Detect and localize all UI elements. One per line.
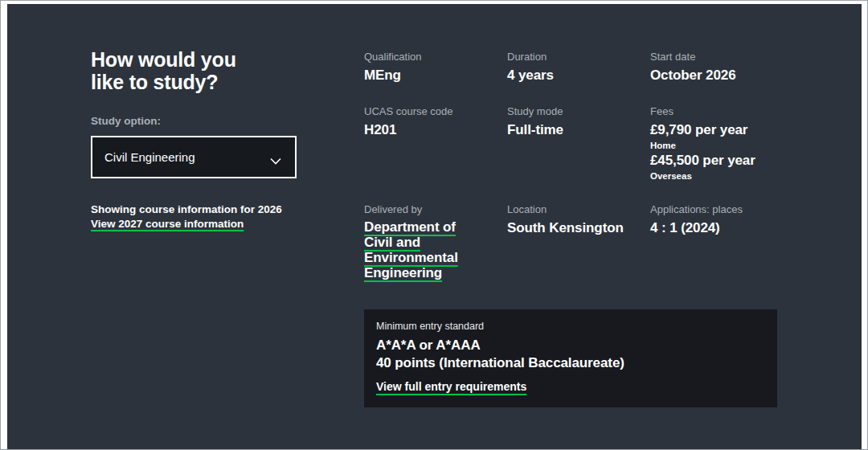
qualification-cell: Qualification MEng xyxy=(364,51,507,84)
ib-requirement: 40 points (International Baccalaureate) xyxy=(376,354,764,373)
duration-value: 4 years xyxy=(507,67,650,84)
view-entry-requirements-link[interactable]: View full entry requirements xyxy=(376,380,526,393)
fees-overseas-value: £45,500 per year xyxy=(650,152,819,170)
study-mode-value: Full-time xyxy=(507,121,650,139)
duration-label: Duration xyxy=(507,51,650,64)
qualification-label: Qualification xyxy=(364,51,507,64)
qualification-value: MEng xyxy=(364,67,507,84)
course-details-grid: Qualification MEng Duration 4 years Star… xyxy=(364,51,819,280)
fees-home-note: Home xyxy=(650,139,819,152)
applications-value: 4 : 1 (2024) xyxy=(650,219,819,237)
department-link[interactable]: Department of Civil and Environmental En… xyxy=(364,219,478,280)
applications-label: Applications: places xyxy=(650,203,819,217)
delivered-by-label: Delivered by xyxy=(364,203,507,217)
study-mode-cell: Study mode Full-time xyxy=(507,105,650,182)
location-value: South Kensington xyxy=(507,219,650,237)
fees-label: Fees xyxy=(650,105,819,119)
duration-cell: Duration 4 years xyxy=(507,51,650,84)
location-cell: Location South Kensington xyxy=(507,203,650,280)
ucas-code-cell: UCAS course code H201 xyxy=(364,105,507,182)
view-2027-course-info-link[interactable]: View 2027 course information xyxy=(91,218,244,230)
study-option-selected-value: Civil Engineering xyxy=(104,150,195,164)
fees-overseas-note: Overseas xyxy=(650,170,819,182)
a-level-requirement: A*A*A or A*AAA xyxy=(376,337,764,355)
fees-home-value: £9,790 per year xyxy=(650,121,819,139)
location-label: Location xyxy=(507,203,650,217)
ucas-code-value: H201 xyxy=(364,121,507,139)
page-title: How would you like to study? xyxy=(91,49,260,93)
minimum-entry-standard-box: Minimum entry standard A*A*A or A*AAA 40… xyxy=(364,309,777,407)
showing-course-info-text: Showing course information for 2026 xyxy=(91,203,332,215)
page: How would you like to study? Study optio… xyxy=(0,0,868,450)
start-date-label: Start date xyxy=(650,51,819,64)
entry-standard-label: Minimum entry standard xyxy=(376,320,764,334)
start-date-cell: Start date October 2026 xyxy=(650,51,819,84)
study-selector-section: How would you like to study? Study optio… xyxy=(91,49,332,231)
ucas-code-label: UCAS course code xyxy=(364,105,507,119)
chevron-down-icon xyxy=(270,153,281,161)
study-mode-label: Study mode xyxy=(507,105,650,119)
study-option-select[interactable]: Civil Engineering xyxy=(91,136,297,178)
delivered-by-cell: Delivered by Department of Civil and Env… xyxy=(364,203,507,280)
applications-cell: Applications: places 4 : 1 (2024) xyxy=(650,203,819,280)
fees-cell: Fees £9,790 per year Home £45,500 per ye… xyxy=(650,105,819,182)
start-date-value: October 2026 xyxy=(650,67,819,84)
study-option-label: Study option: xyxy=(91,115,332,127)
course-info-panel: How would you like to study? Study optio… xyxy=(7,4,862,449)
